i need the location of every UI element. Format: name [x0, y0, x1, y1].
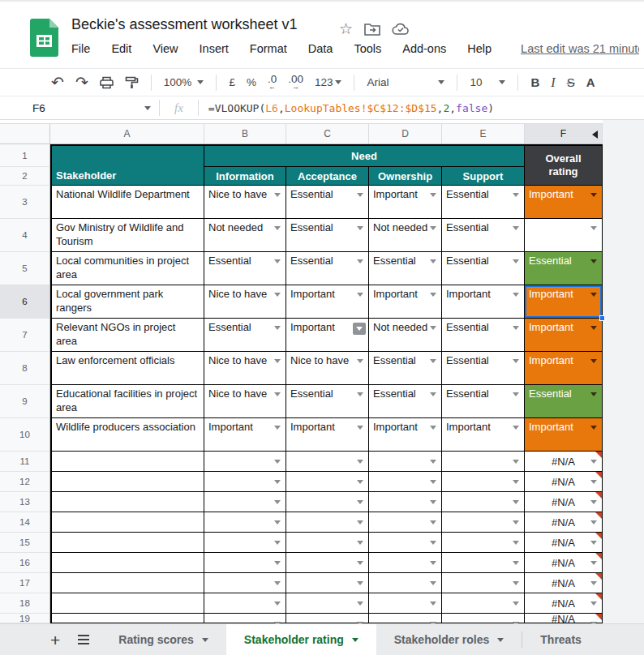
acceptance-cell[interactable]: [286, 573, 369, 593]
acceptance-cell[interactable]: [286, 593, 369, 614]
dropdown-arrow-icon[interactable]: [430, 561, 436, 565]
information-cell[interactable]: [204, 553, 286, 573]
information-cell[interactable]: [204, 614, 286, 623]
dropdown-arrow-icon[interactable]: [357, 500, 363, 504]
dropdown-arrow-icon[interactable]: [513, 293, 519, 297]
column-header-b[interactable]: B: [204, 124, 286, 143]
dropdown-arrow-icon[interactable]: [430, 541, 436, 545]
menu-view[interactable]: View: [152, 42, 178, 55]
menu-data[interactable]: Data: [308, 42, 333, 55]
information-cell[interactable]: [204, 573, 286, 593]
overall-rating-cell[interactable]: #N/A: [525, 573, 603, 593]
dropdown-arrow-icon[interactable]: [590, 480, 597, 484]
stakeholder-cell[interactable]: Wildlife producers association: [50, 418, 204, 452]
ownership-cell[interactable]: [369, 452, 442, 472]
overall-rating-cell[interactable]: #N/A: [525, 533, 603, 553]
row-header[interactable]: 10: [0, 418, 50, 452]
dropdown-arrow-icon[interactable]: [513, 259, 519, 263]
stakeholder-cell[interactable]: Local government park rangers: [50, 285, 204, 319]
zoom-select[interactable]: 100%: [158, 72, 210, 93]
ownership-cell[interactable]: Not needed: [369, 219, 442, 252]
dropdown-arrow-icon[interactable]: [590, 601, 597, 606]
chevron-down-icon[interactable]: [497, 638, 504, 642]
ownership-cell[interactable]: [369, 533, 442, 553]
dropdown-arrow-icon[interactable]: [590, 326, 597, 330]
chevron-down-icon[interactable]: [202, 638, 208, 642]
stakeholder-cell[interactable]: [50, 614, 204, 623]
column-header-d[interactable]: D: [369, 124, 442, 143]
acceptance-cell[interactable]: [286, 553, 369, 573]
dropdown-arrow-icon[interactable]: [430, 460, 436, 464]
dropdown-arrow-icon[interactable]: [274, 541, 281, 545]
fill-handle[interactable]: [599, 315, 605, 321]
dropdown-arrow-icon[interactable]: [513, 193, 519, 197]
row-header[interactable]: 7: [0, 319, 50, 352]
information-cell[interactable]: Important: [204, 418, 286, 452]
header-cell-stakeholder[interactable]: Stakeholder: [50, 144, 204, 186]
dropdown-arrow-icon[interactable]: [274, 226, 281, 230]
dropdown-arrow-icon[interactable]: [590, 226, 597, 230]
dropdown-arrow-icon[interactable]: [430, 193, 436, 197]
dropdown-arrow-icon[interactable]: [274, 500, 281, 504]
dropdown-arrow-icon[interactable]: [430, 226, 436, 230]
dropdown-arrow-icon[interactable]: [357, 259, 363, 263]
dropdown-arrow-icon[interactable]: [357, 226, 363, 230]
header-cell-acceptance[interactable]: Acceptance: [286, 167, 369, 186]
header-cell-information[interactable]: Information: [204, 167, 286, 186]
row-header[interactable]: 6: [0, 285, 50, 319]
dropdown-arrow-icon[interactable]: [513, 460, 519, 464]
overall-rating-cell[interactable]: #N/A: [525, 614, 603, 623]
document-title[interactable]: Beckie's assessment worksheet v1: [71, 16, 298, 33]
support-cell[interactable]: [442, 573, 525, 593]
support-cell[interactable]: [442, 614, 525, 623]
dropdown-arrow-icon[interactable]: [513, 561, 519, 565]
support-cell[interactable]: [442, 452, 525, 472]
ownership-cell[interactable]: [369, 512, 442, 533]
row-header[interactable]: 17: [0, 573, 50, 593]
tab-threats[interactable]: Threats: [522, 624, 599, 655]
acceptance-cell[interactable]: [286, 614, 369, 623]
dropdown-arrow-icon[interactable]: [590, 392, 597, 396]
acceptance-cell[interactable]: [286, 472, 369, 492]
information-cell[interactable]: [204, 452, 286, 472]
support-cell[interactable]: [442, 533, 525, 553]
stakeholder-cell[interactable]: [50, 593, 204, 614]
support-cell[interactable]: Essential: [442, 352, 525, 385]
overall-rating-cell[interactable]: Essential: [525, 385, 603, 418]
dropdown-arrow-icon[interactable]: [357, 392, 363, 396]
row-header[interactable]: 14: [0, 512, 50, 533]
dropdown-arrow-icon[interactable]: [430, 326, 436, 330]
overall-rating-cell[interactable]: Essential: [525, 252, 603, 285]
stakeholder-cell[interactable]: Educational facilities in project area: [50, 385, 204, 418]
dropdown-arrow-icon[interactable]: [513, 392, 519, 396]
ownership-cell[interactable]: Essential: [369, 352, 442, 385]
dropdown-arrow-icon[interactable]: [513, 359, 519, 363]
stakeholder-cell[interactable]: [50, 573, 204, 593]
row-header[interactable]: 11: [0, 452, 50, 472]
dropdown-arrow-icon[interactable]: [274, 460, 281, 464]
dropdown-arrow-icon[interactable]: [357, 293, 363, 297]
row-header[interactable]: 9: [0, 385, 50, 418]
overall-rating-cell[interactable]: Important: [525, 285, 603, 319]
support-cell[interactable]: Essential: [442, 219, 525, 252]
dropdown-arrow-icon[interactable]: [513, 226, 519, 230]
row-header[interactable]: 15: [0, 533, 50, 553]
dropdown-arrow-icon[interactable]: [274, 359, 281, 363]
dropdown-arrow-icon[interactable]: [274, 561, 281, 565]
row-header[interactable]: 4: [0, 219, 50, 252]
dropdown-arrow-icon[interactable]: [513, 581, 519, 585]
dropdown-button-hover[interactable]: [353, 323, 366, 335]
dropdown-arrow-icon[interactable]: [430, 392, 436, 396]
acceptance-cell[interactable]: Important: [286, 319, 369, 352]
dropdown-arrow-icon[interactable]: [590, 520, 597, 524]
acceptance-cell[interactable]: [286, 492, 369, 512]
acceptance-cell[interactable]: Important: [286, 418, 369, 452]
support-cell[interactable]: Essential: [442, 319, 525, 352]
information-cell[interactable]: [204, 593, 286, 614]
stakeholder-cell[interactable]: Gov Ministry of Wildlife and Tourism: [50, 219, 204, 252]
dropdown-arrow-icon[interactable]: [513, 500, 519, 504]
ownership-cell[interactable]: Essential: [369, 252, 442, 285]
overall-rating-cell[interactable]: Important: [525, 418, 603, 452]
dropdown-arrow-icon[interactable]: [274, 259, 281, 263]
acceptance-cell[interactable]: Essential: [286, 186, 369, 219]
